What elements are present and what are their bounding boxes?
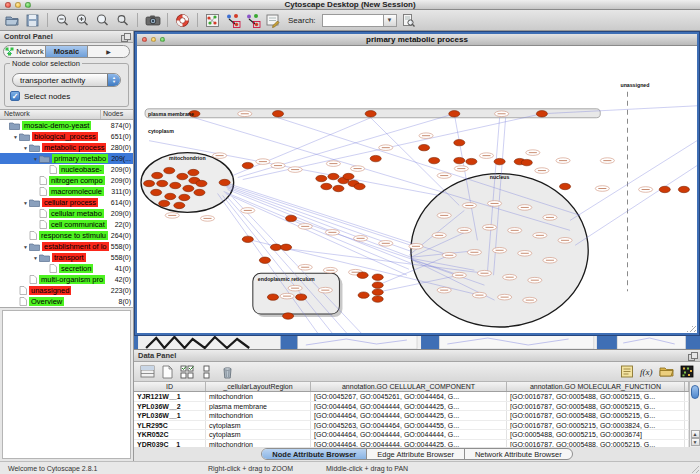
network-overview-icon[interactable] bbox=[204, 12, 221, 29]
column-header[interactable]: annotation.GO CELLULAR_COMPONENT bbox=[311, 382, 507, 391]
column-header[interactable]: ID bbox=[134, 382, 206, 391]
row-chooser-icon[interactable] bbox=[139, 363, 156, 380]
zoom-selected-icon[interactable] bbox=[114, 12, 131, 29]
network-node[interactable] bbox=[454, 157, 465, 163]
tree-row-mosaic-demo-yeast[interactable]: mosaic-demo-yeast874(0) bbox=[0, 120, 133, 131]
network-node[interactable] bbox=[196, 180, 207, 186]
scrollbar-thumb[interactable] bbox=[691, 385, 699, 399]
table-row[interactable]: YPL036W__2plasma membrane[GO:0044464, GO… bbox=[134, 402, 689, 412]
network-node[interactable] bbox=[272, 111, 283, 117]
table-row[interactable]: YKR052Ccytoplasm[GO:0044464, GO:0044444,… bbox=[134, 430, 689, 440]
network-node[interactable] bbox=[144, 180, 155, 186]
tree-row-establishment-of-lo[interactable]: ▼establishment of lo558(0) bbox=[0, 241, 133, 252]
import-attributes-icon[interactable] bbox=[658, 363, 675, 380]
network-node[interactable] bbox=[194, 189, 205, 195]
network-node[interactable] bbox=[454, 139, 465, 145]
new-attribute-icon[interactable] bbox=[159, 363, 176, 380]
table-row[interactable]: YPL036W__1mitochondrion[GO:0044464, GO:0… bbox=[134, 411, 689, 421]
tab-edge-attribute-browser[interactable]: Edge Attribute Browser bbox=[367, 449, 465, 459]
network-node[interactable] bbox=[164, 167, 175, 173]
network-node[interactable] bbox=[370, 155, 381, 161]
disclosure-triangle-icon[interactable]: ▼ bbox=[22, 145, 29, 151]
zoom-fit-icon[interactable] bbox=[94, 12, 111, 29]
tree-row-secretion[interactable]: secretion41(0) bbox=[0, 263, 133, 274]
tab-mosaic[interactable]: Mosaic bbox=[46, 46, 88, 57]
network-node[interactable] bbox=[286, 215, 297, 221]
network-node[interactable] bbox=[281, 244, 292, 250]
tree-row-biological-process[interactable]: ▼biological_process651(0) bbox=[0, 131, 133, 142]
network-node[interactable] bbox=[183, 185, 194, 191]
unselect-attributes-icon[interactable] bbox=[199, 363, 216, 380]
tree-row-cellular-process[interactable]: ▼cellular process614(0) bbox=[0, 197, 133, 208]
snapshot-camera-icon[interactable] bbox=[144, 12, 161, 29]
network-node[interactable] bbox=[259, 257, 270, 263]
window-resize-grip[interactable] bbox=[687, 323, 696, 332]
column-header[interactable]: _cellularLayoutRegion bbox=[206, 382, 311, 391]
network-node[interactable] bbox=[157, 180, 168, 186]
network-node[interactable] bbox=[354, 183, 365, 189]
disclosure-triangle-icon[interactable]: ▼ bbox=[12, 134, 19, 140]
network-canvas-area[interactable]: plasma membranecytoplasmmitochondrionnuc… bbox=[137, 46, 697, 333]
network-node[interactable] bbox=[449, 111, 460, 117]
network-node[interactable] bbox=[321, 183, 332, 189]
float-panel-icon[interactable] bbox=[121, 33, 129, 40]
table-scrollbar[interactable]: ▲ ▼ bbox=[689, 382, 700, 447]
disclosure-triangle-icon[interactable]: ▼ bbox=[22, 200, 29, 206]
network-node[interactable] bbox=[494, 158, 505, 164]
edit-network-icon[interactable] bbox=[264, 12, 281, 29]
tab-network[interactable]: Network bbox=[4, 46, 46, 57]
layout-nodes-1-icon[interactable] bbox=[224, 12, 241, 29]
tree-col-network[interactable]: Network bbox=[0, 110, 101, 119]
network-node[interactable] bbox=[357, 272, 368, 278]
network-node[interactable] bbox=[179, 194, 190, 200]
tree-row-unassigned[interactable]: unassigned223(0) bbox=[0, 285, 133, 296]
save-session-icon[interactable] bbox=[24, 12, 41, 29]
network-node[interactable] bbox=[419, 144, 430, 150]
network-node[interactable] bbox=[343, 173, 354, 179]
network-node[interactable] bbox=[678, 186, 689, 192]
network-node[interactable] bbox=[372, 274, 383, 280]
network-node[interactable] bbox=[165, 193, 176, 199]
attribute-notes-icon[interactable] bbox=[618, 363, 635, 380]
open-file-icon[interactable] bbox=[4, 12, 21, 29]
column-header[interactable]: annotation.GO MOLECULAR_FUNCTION bbox=[507, 382, 685, 391]
network-node[interactable] bbox=[659, 186, 670, 192]
network-node[interactable] bbox=[372, 289, 383, 295]
tab-node-attribute-browser[interactable]: Node Attribute Browser bbox=[262, 449, 367, 459]
birds-eye-view[interactable] bbox=[2, 310, 131, 459]
float-panel-icon[interactable] bbox=[688, 352, 696, 359]
layout-nodes-2-icon[interactable] bbox=[244, 12, 261, 29]
disclosure-triangle-icon[interactable]: ▼ bbox=[32, 156, 39, 162]
tree-row-nitrogen-compo[interactable]: nitrogen compo209(0) bbox=[0, 175, 133, 186]
function-builder-icon[interactable]: f(x) bbox=[638, 363, 655, 380]
network-node[interactable] bbox=[466, 158, 477, 164]
network-node[interactable] bbox=[283, 313, 294, 319]
network-window-title-bar[interactable]: primary metabolic process bbox=[137, 34, 697, 46]
scroll-down-button[interactable]: ▼ bbox=[691, 438, 700, 446]
network-node[interactable] bbox=[429, 157, 440, 163]
tree-row-cellular-metabo[interactable]: cellular metabo209(0) bbox=[0, 208, 133, 219]
network-node[interactable] bbox=[242, 162, 253, 168]
node-color-dropdown[interactable]: transporter activity ▲▼ bbox=[12, 73, 121, 87]
tree-row-overview[interactable]: Overview8(0) bbox=[0, 296, 133, 307]
network-node[interactable] bbox=[219, 179, 230, 185]
tree-row-cell-communicat[interactable]: cell communicat22(0) bbox=[0, 219, 133, 230]
network-node[interactable] bbox=[267, 294, 278, 300]
tree-row-macromolecule[interactable]: macromolecule311(0) bbox=[0, 186, 133, 197]
network-node[interactable] bbox=[177, 173, 188, 179]
network-node[interactable] bbox=[242, 236, 253, 242]
network-node[interactable] bbox=[316, 175, 327, 181]
tree-row-metabolic-process[interactable]: ▼metabolic process280(0) bbox=[0, 142, 133, 153]
network-node[interactable] bbox=[372, 282, 383, 288]
tree-row-primary-metabo[interactable]: ▼primary metabo209(... bbox=[0, 153, 133, 164]
network-node[interactable] bbox=[328, 173, 339, 179]
table-row[interactable]: YLR295Ccytoplasm[GO:0045263, GO:0044464,… bbox=[134, 421, 689, 431]
select-attributes-icon[interactable] bbox=[179, 363, 196, 380]
delete-attribute-icon[interactable] bbox=[219, 363, 236, 380]
tree-col-nodes[interactable]: Nodes bbox=[101, 110, 133, 119]
network-node[interactable] bbox=[536, 111, 547, 117]
search-dropdown-button[interactable]: ▼ bbox=[384, 14, 397, 27]
table-row[interactable]: YJR121W__1mitochondrion[GO:0045267, GO:0… bbox=[134, 392, 689, 402]
tree-row-nucleobase-[interactable]: nucleobase-209(0) bbox=[0, 164, 133, 175]
tab-network-attribute-browser[interactable]: Network Attribute Browser bbox=[465, 449, 572, 459]
